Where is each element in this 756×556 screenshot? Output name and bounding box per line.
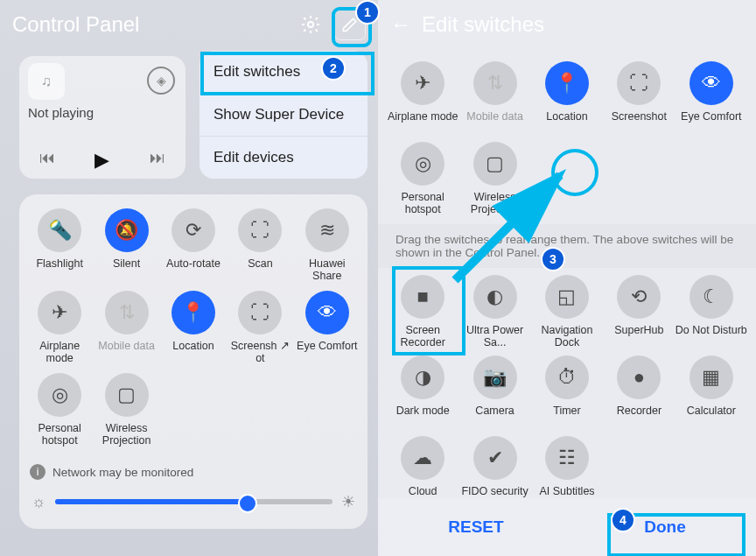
back-arrow-icon[interactable]: ← <box>390 12 411 37</box>
svg-point-0 <box>308 22 313 27</box>
prev-icon[interactable]: ⏮ <box>39 149 55 172</box>
switch-label: Dark mode <box>396 405 450 431</box>
annotation-3: 3 <box>541 247 565 271</box>
switch-wireless-projection[interactable]: ▢Wireless Projection <box>93 373 159 448</box>
eye-icon: 👁 <box>305 291 349 334</box>
switch-label: Calculator <box>687 405 736 431</box>
hotspot-icon: ◎ <box>38 373 81 417</box>
switch-ultra-power-sa-[interactable]: ◐Ultra Power Sa... <box>458 275 530 350</box>
sun-low-icon: ☼ <box>32 493 46 511</box>
switch-camera[interactable]: 📷Camera <box>458 355 530 431</box>
eye-icon: 👁 <box>690 61 733 105</box>
switch-label: Personal hotspot <box>387 191 458 217</box>
switch-label: Recorder <box>617 405 662 431</box>
bell-icon: 🔕 <box>105 208 149 252</box>
data-icon: ⇅ <box>105 291 149 334</box>
switch-eye-comfort[interactable]: 👁Eye Comfort <box>294 291 360 366</box>
brightness-slider[interactable]: ☼ ☀ <box>32 492 355 511</box>
switch-superhub[interactable]: ⟲SuperHub <box>603 275 675 350</box>
switch-auto-rotate[interactable]: ⟳Auto-rotate <box>160 208 227 284</box>
pin-icon: 📍 <box>172 291 215 334</box>
annotation-1: 1 <box>355 0 380 25</box>
switch-label: Auto-rotate <box>166 257 220 284</box>
switch-silent[interactable]: 🔕Silent <box>93 208 159 284</box>
shot-icon: ⛶ <box>617 61 661 105</box>
reset-button[interactable]: RESET <box>408 509 543 545</box>
play-icon[interactable]: ▶ <box>94 149 109 172</box>
switch-screenshot[interactable]: ⛶Screenshot <box>603 61 675 137</box>
switch-label: Huawei Share <box>294 257 360 284</box>
annotation-2: 2 <box>321 56 346 81</box>
switch-label: Screensh ↗ ot <box>227 340 293 366</box>
switch-airplane-mode[interactable]: ✈Airplane mode <box>387 61 458 137</box>
switch-label: SuperHub <box>614 324 663 350</box>
flash-icon: 🔦 <box>38 208 81 252</box>
moon-icon: ☾ <box>690 275 733 319</box>
note-text: Network may be monitored <box>52 466 193 479</box>
switch-label: Camera <box>475 405 514 431</box>
switch-dark-mode[interactable]: ◑Dark mode <box>387 355 458 431</box>
switch-label: Screen Recorder <box>387 324 458 350</box>
switch-navigation-dock[interactable]: ◱Navigation Dock <box>531 275 603 350</box>
slider-thumb[interactable] <box>238 494 257 513</box>
plane-icon: ✈ <box>401 61 444 105</box>
slider-track[interactable] <box>55 499 333 504</box>
cast-icon: ▢ <box>473 142 517 186</box>
right-screen: ← Edit switches ✈Airplane mode⇅Mobile da… <box>378 0 756 556</box>
menu-show-super-device[interactable]: Show Super Device <box>200 94 368 137</box>
switch-airplane-mode[interactable]: ✈Airplane mode <box>26 291 93 366</box>
fido-icon: ✔ <box>473 436 517 480</box>
switch-location[interactable]: 📍Location <box>531 61 603 137</box>
annotation-4: 4 <box>611 508 635 532</box>
switch-scan[interactable]: ⛶Scan <box>227 208 293 284</box>
switch-label: Eye Comfort <box>297 340 357 366</box>
cast-icon: ▢ <box>105 373 149 417</box>
switch-eye-comfort[interactable]: 👁Eye Comfort <box>676 61 747 137</box>
media-controls: ⏮ ▶ ⏭ <box>19 149 186 172</box>
switch-recorder[interactable]: ●Recorder <box>603 355 675 431</box>
right-header: ← Edit switches <box>378 0 756 49</box>
switch-screensh-ot[interactable]: ⛶Screensh ↗ ot <box>227 291 293 366</box>
sun-high-icon: ☀ <box>341 492 355 511</box>
next-icon[interactable]: ⏭ <box>150 149 165 172</box>
cast-audio-icon[interactable]: ◈ <box>147 67 175 95</box>
switch-flashlight[interactable]: 🔦Flashlight <box>26 208 93 284</box>
switch-screen-recorder[interactable]: ■Screen Recorder <box>387 275 458 350</box>
music-card: ♫ ◈ Not playing ⏮ ▶ ⏭ <box>19 56 186 179</box>
now-playing-label: Not playing <box>28 105 177 120</box>
left-header: Control Panel <box>0 0 378 49</box>
switch-panel: 🔦Flashlight🔕Silent⟳Auto-rotate⛶Scan≋Huaw… <box>19 194 368 529</box>
switch-calculator[interactable]: ▦Calculator <box>676 355 747 431</box>
footer: RESET Done <box>378 498 756 556</box>
switch-personal-hotspot[interactable]: ◎Personal hotspot <box>387 142 458 217</box>
switch-huawei-share[interactable]: ≋Huawei Share <box>294 208 360 284</box>
title: Edit switches <box>422 12 744 37</box>
switch-personal-hotspot[interactable]: ◎Personal hotspot <box>26 373 93 448</box>
switch-label: Airplane mode <box>26 340 93 366</box>
calc-icon: ▦ <box>690 355 733 399</box>
switch-do-not-disturb[interactable]: ☾Do Not Disturb <box>676 275 747 350</box>
menu-edit-devices[interactable]: Edit devices <box>200 137 368 179</box>
pin-icon: 📍 <box>545 61 589 105</box>
switch-label: Screenshot <box>612 110 667 137</box>
power-icon: ◐ <box>473 275 517 319</box>
network-note: i Network may be monitored <box>30 464 357 480</box>
share-icon: ≋ <box>305 208 349 252</box>
hub-icon: ⟲ <box>617 275 661 319</box>
switch-label: Mobile data <box>98 340 155 366</box>
switch-label: Eye Comfort <box>681 110 741 137</box>
settings-gear-icon[interactable] <box>296 10 326 39</box>
switch-mobile-data[interactable]: ⇅Mobile data <box>93 291 159 366</box>
cloud-icon: ☁ <box>401 436 444 480</box>
title: Control Panel <box>12 12 287 37</box>
switch-location[interactable]: 📍Location <box>160 291 227 366</box>
hotspot-icon: ◎ <box>401 142 444 186</box>
switch-wireless-projection[interactable]: ▢Wireless Projection <box>458 142 530 217</box>
switch-label: Location <box>172 340 214 366</box>
left-screen: Control Panel ♫ ◈ Not playing ⏮ ▶ ⏭ Edit… <box>0 0 378 556</box>
switch-label: Timer <box>553 405 580 431</box>
switch-mobile-data[interactable]: ⇅Mobile data <box>458 61 530 137</box>
switch-timer[interactable]: ⏱Timer <box>531 355 603 431</box>
switch-label: Silent <box>113 257 140 284</box>
switch-label: Do Not Disturb <box>676 324 747 350</box>
